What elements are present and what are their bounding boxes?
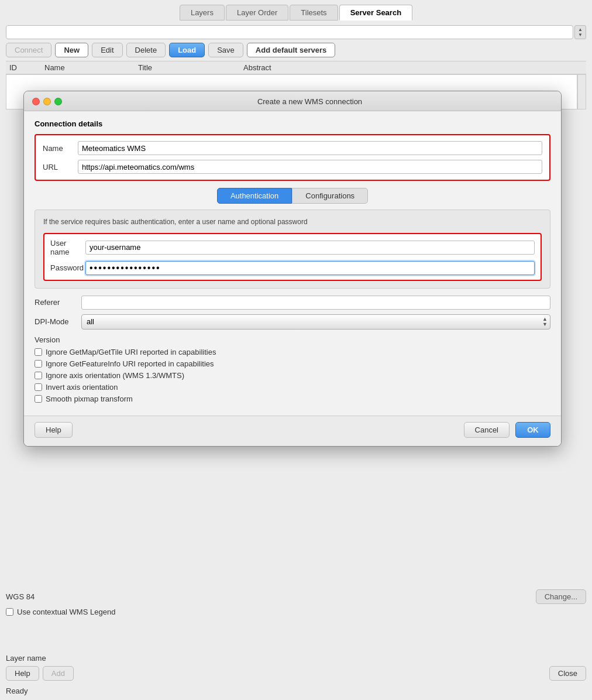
password-input[interactable] — [85, 261, 535, 275]
auth-content: If the service requires basic authentica… — [35, 210, 550, 289]
connection-details-section: Name URL — [35, 134, 550, 181]
wms-connection-dialog: Create a new WMS connection Connection d… — [23, 91, 562, 447]
checkbox-label-3: Invert axis orientation — [46, 383, 118, 392]
bottom-buttons-row: Help Add Close — [6, 666, 586, 681]
maximize-button-tl[interactable] — [54, 98, 62, 105]
edit-button[interactable]: Edit — [92, 43, 122, 57]
search-bar-row: ▲▼ — [6, 25, 586, 39]
wms-legend-label: Use contextual WMS Legend — [17, 608, 115, 616]
tab-authentication[interactable]: Authentication — [217, 188, 292, 204]
tab-layer-order[interactable]: Layer Order — [226, 5, 288, 20]
traffic-lights — [32, 98, 62, 105]
version-label: Version — [35, 335, 550, 344]
checkbox-label-2: Ignore axis orientation (WMS 1.3/WMTS) — [46, 371, 184, 380]
name-row: Name — [43, 141, 542, 155]
section-title: Connection details — [35, 119, 550, 128]
checkbox-label-0: Ignore GetMap/GetTile URI reported in ca… — [46, 348, 216, 356]
dialog-titlebar: Create a new WMS connection — [24, 91, 561, 111]
checkbox-label-1: Ignore GetFeatureInfo URI reported in ca… — [46, 359, 214, 368]
tab-bar: Layers Layer Order Tilesets Server Searc… — [0, 0, 592, 20]
url-row: URL — [43, 160, 542, 174]
status-bar: Ready — [6, 684, 586, 695]
spinner-button[interactable]: ▲▼ — [574, 25, 586, 39]
referer-row: Referer — [35, 296, 550, 310]
username-input[interactable] — [85, 241, 535, 255]
checkbox-row-1: Ignore GetFeatureInfo URI reported in ca… — [35, 359, 550, 368]
dialog-footer: Help Cancel OK — [24, 416, 561, 446]
checkbox-2[interactable] — [35, 372, 42, 379]
cancel-button[interactable]: Cancel — [464, 422, 510, 438]
wgs-row: WGS 84 Change... — [6, 589, 586, 604]
dpi-select-wrapper: all off half 1 2 3 ▲▼ — [81, 314, 550, 330]
save-button[interactable]: Save — [208, 43, 243, 57]
bottom-left-buttons: Help Add — [6, 666, 74, 681]
close-button-tl[interactable] — [32, 98, 40, 105]
checkbox-row-2: Ignore axis orientation (WMS 1.3/WMTS) — [35, 371, 550, 380]
dpi-select[interactable]: all off half 1 2 3 — [81, 314, 550, 330]
checkbox-0[interactable] — [35, 348, 42, 356]
wms-legend-row: Use contextual WMS Legend — [6, 608, 586, 616]
minimize-button-tl[interactable] — [43, 98, 51, 105]
tab-configurations[interactable]: Configurations — [292, 188, 368, 204]
referer-label: Referer — [35, 298, 81, 307]
add-default-servers-button[interactable]: Add default servers — [247, 43, 335, 57]
auth-tabs-row: Authentication Configurations — [35, 188, 550, 204]
checkbox-3[interactable] — [35, 383, 42, 391]
checkbox-label-4: Smooth pixmap transform — [46, 394, 133, 403]
dpi-mode-row: DPI-Mode all off half 1 2 3 ▲▼ — [35, 314, 550, 330]
close-button[interactable]: Close — [549, 666, 586, 681]
name-input[interactable] — [78, 141, 542, 155]
col-title: Title — [138, 63, 243, 72]
bottom-bar: Layer name Help Add Close Ready — [0, 649, 592, 700]
referer-input[interactable] — [81, 296, 550, 310]
connect-button[interactable]: Connect — [6, 43, 51, 57]
footer-left: Help — [35, 422, 464, 438]
auth-fields-section: User name Password — [43, 233, 542, 281]
main-window: Layers Layer Order Tilesets Server Searc… — [0, 0, 592, 700]
extra-fields: Referer DPI-Mode all off half 1 2 3 — [35, 296, 550, 330]
dialog-title: Create a new WMS connection — [67, 97, 553, 106]
change-button[interactable]: Change... — [536, 589, 586, 604]
password-label: Password — [50, 263, 85, 272]
lower-section: WGS 84 Change... Use contextual WMS Lege… — [0, 584, 592, 628]
wgs-label: WGS 84 — [6, 592, 35, 601]
tab-layers[interactable]: Layers — [180, 5, 225, 20]
load-button[interactable]: Load — [169, 43, 205, 57]
col-name: Name — [44, 63, 138, 72]
layer-name-label: Layer name — [6, 654, 586, 663]
delete-button[interactable]: Delete — [126, 43, 166, 57]
url-input[interactable] — [78, 160, 542, 174]
checkbox-row-4: Smooth pixmap transform — [35, 394, 550, 403]
search-input[interactable] — [6, 25, 573, 39]
bottom-help-button[interactable]: Help — [6, 666, 39, 681]
new-button[interactable]: New — [55, 43, 88, 57]
password-row: Password — [50, 261, 535, 275]
tab-tilesets[interactable]: Tilesets — [290, 5, 338, 20]
auth-description: If the service requires basic authentica… — [43, 217, 542, 227]
help-button[interactable]: Help — [35, 422, 73, 438]
checkbox-1[interactable] — [35, 360, 42, 368]
toolbar-row: Connect New Edit Delete Load Save Add de… — [6, 43, 586, 57]
dpi-label: DPI-Mode — [35, 317, 81, 326]
username-row: User name — [50, 239, 535, 256]
name-label: Name — [43, 144, 78, 153]
footer-right: Cancel OK — [464, 422, 550, 438]
version-section: Version Ignore GetMap/GetTile URI report… — [35, 335, 550, 403]
table-scrollbar[interactable] — [577, 74, 586, 109]
ok-button[interactable]: OK — [515, 422, 550, 438]
dialog-body: Connection details Name URL Authenticati… — [24, 111, 561, 416]
checkbox-4[interactable] — [35, 395, 42, 403]
col-abstract: Abstract — [243, 63, 583, 72]
table-header: ID Name Title Abstract — [6, 61, 586, 74]
tab-server-search[interactable]: Server Search — [339, 5, 412, 20]
col-id: ID — [9, 63, 44, 72]
wms-legend-checkbox[interactable] — [6, 608, 13, 616]
url-label: URL — [43, 163, 78, 171]
checkbox-row-3: Invert axis orientation — [35, 383, 550, 392]
checkbox-row-0: Ignore GetMap/GetTile URI reported in ca… — [35, 348, 550, 356]
bottom-add-button[interactable]: Add — [43, 666, 74, 681]
username-label: User name — [50, 239, 85, 256]
